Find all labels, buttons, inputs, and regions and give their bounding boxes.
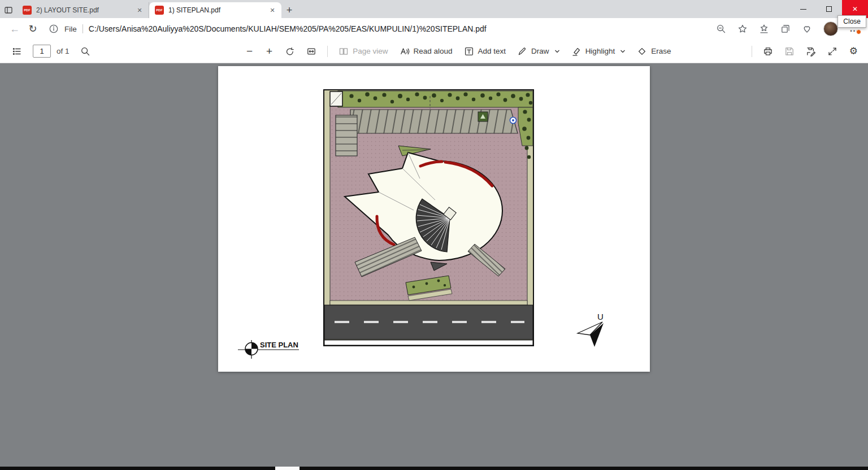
- pdf-file-icon: PDF: [155, 6, 164, 15]
- refresh-button[interactable]: ↻: [24, 20, 42, 38]
- highlight-label: Highlight: [585, 47, 615, 55]
- fullscreen-icon: [827, 46, 837, 56]
- pdf-settings-button[interactable]: ⚙: [844, 44, 863, 58]
- pdf-toolbar-center: − + Page view Read aloud Add text Draw H: [240, 40, 676, 63]
- save-icon: [784, 46, 795, 56]
- road-shoulder: [324, 340, 533, 345]
- print-button[interactable]: [758, 43, 778, 59]
- url-text[interactable]: C:/Users/Anisa%20Auliyya%20S/Documents/K…: [89, 24, 487, 33]
- taskbar-open-app[interactable]: [275, 467, 300, 470]
- add-text-button[interactable]: Add text: [459, 43, 511, 59]
- pdf-file-icon: PDF: [23, 6, 32, 15]
- pdf-toolbar: of 1 − + Page view Read aloud Add text D…: [0, 40, 868, 63]
- toolbar-divider: [327, 46, 328, 57]
- print-icon: [763, 46, 773, 56]
- highlighter-icon: [571, 46, 581, 56]
- fit-to-width-button[interactable]: [301, 43, 322, 59]
- close-tooltip: Close: [837, 15, 866, 28]
- collections-icon: [780, 24, 791, 34]
- avatar: [823, 21, 838, 36]
- zoom-out-button[interactable]: −: [240, 44, 259, 59]
- rotate-icon: [285, 46, 295, 56]
- star-icon: [737, 24, 748, 34]
- title-block: SITE PLAN: [237, 339, 310, 364]
- browser-essentials-button[interactable]: [802, 24, 812, 34]
- profile-button[interactable]: [823, 21, 838, 36]
- erase-label: Erase: [651, 47, 671, 55]
- zoom-in-button[interactable]: +: [260, 44, 279, 59]
- save-button[interactable]: [779, 43, 800, 59]
- page-count-label: of 1: [57, 47, 70, 55]
- eraser-icon: [637, 46, 647, 56]
- save-as-button[interactable]: [801, 43, 821, 59]
- omnibox[interactable]: File C:/Users/Anisa%20Auliyya%20S/Docume…: [49, 24, 716, 34]
- titlebar: PDF 2) LAYOUT SITE.pdf ✕ PDF 1) SITEPLAN…: [0, 0, 868, 18]
- page-view-label: Page view: [353, 47, 388, 55]
- side-parking: [336, 115, 357, 156]
- tab-actions-icon: [3, 5, 14, 15]
- pdf-toolbar-left: of 1: [0, 43, 96, 59]
- tab-label: 1) SITEPLAN.pdf: [168, 6, 263, 14]
- add-text-label: Add text: [478, 47, 506, 55]
- zoom-out-icon: [716, 24, 726, 34]
- collections-button[interactable]: [780, 24, 791, 34]
- tab-close-icon[interactable]: ✕: [268, 6, 277, 15]
- tab-actions-button[interactable]: [0, 2, 17, 18]
- highlight-button[interactable]: Highlight: [566, 43, 631, 59]
- tab-layout-site[interactable]: PDF 2) LAYOUT SITE.pdf ✕: [17, 2, 149, 18]
- tab-close-icon[interactable]: ✕: [135, 6, 144, 15]
- scheme-label: File: [64, 25, 77, 33]
- minimize-icon: [800, 9, 806, 10]
- heart-icon: [802, 24, 812, 34]
- zoom-button[interactable]: [716, 24, 726, 34]
- add-text-icon: [464, 46, 474, 56]
- toc-icon: [12, 46, 22, 56]
- info-icon[interactable]: [49, 24, 59, 34]
- read-aloud-label: Read aloud: [414, 47, 453, 55]
- chevron-down-icon[interactable]: [620, 49, 626, 54]
- chevron-down-icon[interactable]: [554, 49, 560, 54]
- toolbar-divider: [752, 46, 752, 57]
- notification-badge: [856, 29, 861, 34]
- drawing-title: SITE PLAN: [260, 341, 298, 349]
- pdf-content-area[interactable]: SITE PLAN U: [0, 63, 868, 467]
- url-divider: [83, 24, 83, 33]
- read-aloud-button[interactable]: Read aloud: [394, 43, 458, 59]
- draw-label: Draw: [531, 47, 549, 55]
- fit-width-icon: [306, 46, 316, 56]
- find-in-document-button[interactable]: [75, 43, 96, 59]
- new-tab-button[interactable]: +: [281, 2, 297, 18]
- draw-pen-icon: [517, 46, 527, 56]
- page-number-input[interactable]: [33, 45, 51, 58]
- site-plan-drawing: [323, 89, 534, 346]
- read-aloud-icon: [400, 46, 410, 56]
- minimize-button[interactable]: [790, 0, 816, 18]
- fullscreen-button[interactable]: [822, 43, 843, 59]
- address-bar: ← ↻ File C:/Users/Anisa%20Auliyya%20S/Do…: [0, 18, 868, 40]
- erase-button[interactable]: Erase: [632, 43, 676, 59]
- pdf-toolbar-right: ⚙: [747, 40, 863, 63]
- add-favorite-button[interactable]: [737, 24, 748, 34]
- tab-siteplan-active[interactable]: PDF 1) SITEPLAN.pdf ✕: [149, 2, 281, 18]
- favorites-bar-icon: [759, 24, 769, 34]
- favorites-button[interactable]: [759, 24, 769, 34]
- north-label: U: [597, 312, 604, 321]
- save-as-pen-icon: [806, 46, 816, 56]
- page-view-button[interactable]: Page view: [333, 43, 393, 59]
- back-button[interactable]: ←: [6, 20, 24, 38]
- parking-stalls: [350, 110, 518, 133]
- page-view-icon: [338, 46, 349, 56]
- table-of-contents-button[interactable]: [7, 43, 27, 59]
- search-icon: [80, 46, 90, 56]
- rotate-button[interactable]: [280, 43, 300, 59]
- draw-button[interactable]: Draw: [512, 43, 565, 59]
- pdf-page: SITE PLAN U: [218, 66, 650, 372]
- taskbar[interactable]: [0, 467, 868, 470]
- north-arrow: U: [574, 312, 614, 351]
- maximize-icon: [826, 6, 832, 12]
- tab-label: 2) LAYOUT SITE.pdf: [36, 6, 131, 14]
